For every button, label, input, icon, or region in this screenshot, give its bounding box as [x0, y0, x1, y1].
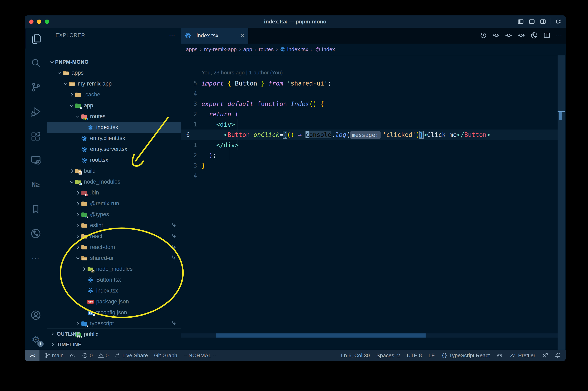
tree-item-entry.client.tsx[interactable]: entry.client.tsx: [47, 133, 181, 144]
chevron-right-icon: [76, 234, 80, 239]
react-icon: [87, 288, 94, 294]
status-item-ln-6-col-30[interactable]: Ln 6, Col 30: [341, 352, 370, 359]
status-label: Git Graph: [154, 352, 178, 359]
status-item-cloud-up[interactable]: [70, 353, 76, 358]
activity-item-settings[interactable]: ⚙1: [25, 330, 47, 349]
activity-item-bookmarks[interactable]: [25, 199, 47, 219]
activity-item-extensions[interactable]: [25, 127, 47, 146]
breadcrumb-separator: ›: [276, 46, 278, 52]
breadcrumb-item-my-remix-app[interactable]: my-remix-app: [204, 46, 237, 53]
sidebar-section-outline[interactable]: OUTLINE: [47, 328, 181, 339]
status-item-typescript-react[interactable]: {}TypeScript React: [441, 352, 490, 359]
tree-item-.bin[interactable]: 01.bin: [47, 187, 181, 198]
chevron-right-icon: [69, 92, 74, 97]
status-item-spaces-2[interactable]: Spaces: 2: [377, 352, 400, 359]
status-item-prettier[interactable]: ✓✓Prettier: [509, 352, 535, 359]
tree-item-app[interactable]: ⚙app: [47, 100, 181, 111]
section-label: OUTLINE: [57, 331, 80, 337]
status-item--normal-[interactable]: -- NORMAL --: [183, 352, 216, 359]
panel-bottom-button[interactable]: [528, 19, 535, 24]
symbol-module-icon: [315, 47, 320, 52]
history-button[interactable]: [480, 32, 487, 40]
chevron-right-icon: [69, 169, 74, 174]
vertical-scrollbar[interactable]: [558, 55, 565, 350]
layout-custom-button[interactable]: [555, 19, 562, 24]
tree-item-.cache[interactable]: .cache: [47, 89, 181, 100]
activity-item-git-graph[interactable]: [25, 224, 47, 243]
activity-item-run-debug[interactable]: [25, 102, 47, 121]
graph-circle-button[interactable]: [530, 32, 538, 40]
status-item-bell[interactable]: [555, 353, 561, 358]
activity-item-remote-explorer[interactable]: [25, 150, 47, 170]
status-item-lf[interactable]: LF: [428, 352, 435, 359]
code-area[interactable]: You, 23 hours ago | 1 author (You) 5impo…: [181, 55, 558, 338]
split-button[interactable]: [543, 32, 551, 40]
tree-item-@types[interactable]: TS@types: [47, 209, 181, 220]
tree-item-shared-ui[interactable]: shared-ui: [47, 253, 181, 264]
breadcrumb-item-routes[interactable]: routes: [259, 46, 274, 53]
tree-item-react[interactable]: react: [47, 231, 181, 242]
commit-button[interactable]: [505, 32, 512, 40]
activity-item-more[interactable]: ⋯: [25, 248, 47, 268]
tree-item-entry.server.tsx[interactable]: entry.server.tsx: [47, 144, 181, 155]
status-item-live-share[interactable]: Live Share: [115, 352, 148, 359]
breadcrumb-item-index[interactable]: Index: [315, 46, 335, 53]
panel-right-button[interactable]: [539, 19, 546, 24]
bookmarks-icon: [31, 204, 41, 214]
activity-item-account[interactable]: [25, 305, 47, 325]
tree-item-index.tsx[interactable]: index.tsx: [47, 285, 181, 296]
tree-item-react-dom[interactable]: react-dom: [47, 242, 181, 253]
sidebar-more-button[interactable]: ⋯: [169, 32, 176, 39]
chevron-down-icon: [50, 60, 54, 65]
activity-item-source-control[interactable]: [25, 77, 47, 97]
horizontal-scrollbar[interactable]: [181, 333, 558, 338]
status-item-git-graph[interactable]: Git Graph: [154, 352, 178, 359]
tree-item-build[interactable]: ▤build: [47, 166, 181, 176]
tree-item-index.tsx[interactable]: index.tsx: [47, 122, 181, 133]
status-item-feedback[interactable]: [542, 353, 548, 358]
status-item-0[interactable]: 00: [82, 352, 108, 359]
status-item-utf-8[interactable]: UTF-8: [407, 352, 422, 359]
tree-root[interactable]: PNPM-MONO: [47, 57, 181, 67]
editor-group: index.tsx ✕ ⋯ apps›my-remix-app›app›rout…: [181, 28, 566, 350]
sidebar-section-timeline[interactable]: TIMELINE: [47, 339, 181, 350]
breadcrumb-item-app[interactable]: app: [243, 46, 252, 53]
tree-item-apps[interactable]: apps: [47, 67, 181, 78]
tree-item-typescript[interactable]: TStypescript: [47, 318, 181, 329]
activity-item-search[interactable]: [25, 53, 47, 73]
tree-item-my-remix-app[interactable]: my-remix-app: [47, 78, 181, 89]
warning-icon: [98, 353, 104, 358]
chevron-right-icon: [76, 212, 80, 217]
more-button[interactable]: ⋯: [556, 32, 563, 39]
desktop: index.tsx — pnpm-mono N≥⋯⚙1 EXPLORER ⋯ P…: [0, 0, 588, 391]
gear-badge-icon: ⚙: [80, 106, 82, 109]
tree-item-button.tsx[interactable]: Button.tsx: [47, 275, 181, 285]
activity-item-nx-console[interactable]: N≥: [25, 175, 47, 195]
check-double-icon: ✓✓: [509, 353, 514, 359]
breadcrumb-item-index.tsx[interactable]: index.tsx: [280, 46, 308, 53]
tree-item-package.json[interactable]: npmpackage.json: [47, 296, 181, 307]
tree-item-eslint[interactable]: eslint: [47, 220, 181, 231]
commit-prev-button[interactable]: [492, 32, 499, 40]
status-item-copilot[interactable]: [496, 353, 503, 358]
tree-item-routes[interactable]: routes: [47, 111, 181, 122]
activity-item-explorer[interactable]: [25, 29, 47, 49]
tab-index-tsx[interactable]: index.tsx ✕: [181, 28, 248, 44]
tree-item-tsconfig.json[interactable]: TS⚙tsconfig.json: [47, 307, 181, 318]
commit-next-button[interactable]: [518, 32, 525, 40]
tree-item-node_modules[interactable]: JSnode_modules: [47, 264, 181, 275]
panel-left-button[interactable]: [517, 19, 524, 24]
remote-indicator[interactable]: ><: [25, 350, 39, 361]
status-item-main[interactable]: main: [45, 352, 64, 359]
line-number: 6: [181, 131, 197, 138]
breadcrumb-separator: ›: [255, 46, 256, 52]
tree-item-@remix-run[interactable]: @remix-run: [47, 198, 181, 209]
tree-item-label: .cache: [84, 92, 100, 98]
horizontal-scrollbar-thumb[interactable]: [216, 333, 426, 338]
breadcrumb-item-apps[interactable]: apps: [186, 46, 197, 53]
tree-item-root.tsx[interactable]: root.tsx: [47, 155, 181, 166]
close-tab-icon[interactable]: ✕: [240, 32, 245, 39]
tree-item-label: root.tsx: [90, 157, 108, 163]
tree-item-node_modules[interactable]: JSnode_modules: [47, 176, 181, 187]
breadcrumb-label: apps: [186, 46, 197, 53]
